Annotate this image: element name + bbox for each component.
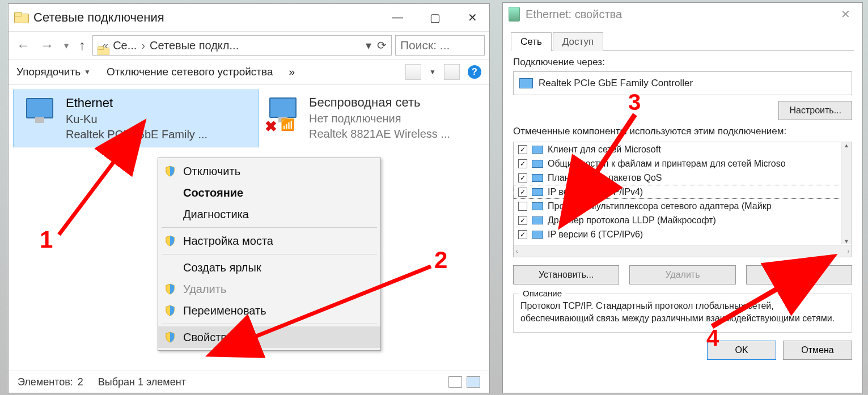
back-button[interactable]: ← xyxy=(13,37,33,53)
component-checkbox[interactable]: ✓ xyxy=(518,145,527,154)
menu-item[interactable]: Состояние xyxy=(158,182,380,203)
properties-button[interactable]: Свойства xyxy=(746,265,852,284)
navigation-bar: ← → ▾ ↑ « Се... › Сетевые подкл... ▾ ⟳ П… xyxy=(9,31,489,60)
maximize-button[interactable]: ▢ xyxy=(424,11,446,24)
address-bar[interactable]: « Се... › Сетевые подкл... ▾ ⟳ xyxy=(92,35,392,56)
cancel-button[interactable]: Отмена xyxy=(783,341,852,360)
address-dropdown[interactable]: ▾ xyxy=(366,39,371,52)
uac-shield-icon xyxy=(165,283,175,295)
components-listbox[interactable]: ✓Клиент для сетей Microsoft✓Общий доступ… xyxy=(513,142,852,257)
annotation-number-1: 1 xyxy=(40,228,53,252)
uac-shield-icon xyxy=(165,305,175,316)
component-checkbox[interactable]: ✓ xyxy=(518,188,527,197)
component-label: Драйвер протокола LLDP (Майкрософт) xyxy=(548,215,716,226)
component-label: Протокол мультиплексора сетевого адаптер… xyxy=(548,201,772,211)
component-item[interactable]: ✓Клиент для сетей Microsoft xyxy=(514,142,852,156)
tab-network[interactable]: Сеть xyxy=(511,32,552,51)
menu-item: Удалить xyxy=(158,278,380,300)
menu-separator xyxy=(162,227,377,228)
search-input[interactable]: Поиск: ... xyxy=(395,35,485,56)
component-label: Клиент для сетей Microsoft xyxy=(548,145,661,155)
nic-icon xyxy=(519,78,533,88)
up-button[interactable]: ↑ xyxy=(75,37,89,53)
description-group: Описание Протокол TCP/IP. Стандартный пр… xyxy=(513,294,852,333)
preview-pane-button[interactable] xyxy=(444,64,460,80)
breadcrumb-root[interactable]: Се... xyxy=(113,39,137,52)
close-button[interactable]: ✕ xyxy=(461,11,484,24)
component-checkbox[interactable]: ✓ xyxy=(518,173,527,182)
tab-sharing[interactable]: Доступ xyxy=(553,32,603,51)
connect-via-label: Подключение через: xyxy=(513,57,852,68)
menu-item[interactable]: Переименовать xyxy=(158,300,380,321)
protocol-icon xyxy=(532,231,543,239)
forward-button[interactable]: → xyxy=(37,37,57,53)
help-button[interactable]: ? xyxy=(468,65,481,79)
menu-item-label: Свойства xyxy=(183,331,233,344)
uac-shield-icon xyxy=(165,235,175,247)
tab-label: Сеть xyxy=(520,36,542,47)
folder-icon xyxy=(14,11,28,24)
window-title: Сетевые подключения xyxy=(33,10,164,25)
connection-wireless[interactable]: ✖📶 Беспроводная сеть Нет подключения Rea… xyxy=(257,90,497,146)
connection-status: Ku-Ku xyxy=(66,112,208,127)
component-item[interactable]: ✓Общий доступ к файлам и принтерам для с… xyxy=(514,156,852,171)
menu-item[interactable]: Создать ярлык xyxy=(158,257,380,278)
overflow-menu[interactable]: » xyxy=(289,66,295,78)
component-checkbox[interactable]: ✓ xyxy=(518,159,527,168)
close-button[interactable]: ✕ xyxy=(834,7,857,21)
wifi-signal-icon: 📶 xyxy=(281,118,295,131)
component-item[interactable]: ✓Планировщик пакетов QoS xyxy=(514,171,852,185)
component-item[interactable]: Протокол мультиплексора сетевого адаптер… xyxy=(514,199,852,213)
minimize-button[interactable]: — xyxy=(386,11,409,24)
description-text: Протокол TCP/IP. Стандартный протокол гл… xyxy=(520,300,845,324)
uninstall-button: Удалить xyxy=(629,265,735,284)
protocol-icon xyxy=(532,160,543,168)
component-item[interactable]: ✓IP версии 4 (TCP/IPv4) xyxy=(514,185,852,199)
tab-label: Доступ xyxy=(562,36,594,47)
chevron-down-icon: ▼ xyxy=(84,68,91,76)
selection-info: Выбран 1 элемент xyxy=(98,376,186,388)
component-label: Общий доступ к файлам и принтерам для се… xyxy=(548,159,786,169)
menu-separator xyxy=(162,254,377,254)
component-label: IP версии 4 (TCP/IPv4) xyxy=(548,187,643,197)
component-item[interactable]: ✓IP версии 6 (TCP/IPv6) xyxy=(514,227,852,241)
tiles-view-button[interactable] xyxy=(467,376,480,388)
install-button[interactable]: Установить... xyxy=(513,265,619,284)
menu-item-label: Удалить xyxy=(183,283,226,296)
context-menu: ОтключитьСостояниеДиагностикаНастройка м… xyxy=(158,158,381,351)
disable-device-button[interactable]: Отключение сетевого устройства xyxy=(107,66,273,78)
component-label: Планировщик пакетов QoS xyxy=(548,173,662,183)
uac-shield-icon xyxy=(165,165,175,177)
component-checkbox[interactable]: ✓ xyxy=(518,230,527,239)
titlebar: Ethernet: свойства ✕ xyxy=(503,3,862,26)
refresh-button[interactable]: ⟳ xyxy=(377,39,387,52)
protocol-icon xyxy=(532,188,543,196)
protocol-icon xyxy=(532,216,543,224)
status-bar: Элементов: 2 Выбран 1 элемент xyxy=(9,371,489,393)
ethernet-adapter-icon xyxy=(20,95,58,132)
dialog-title: Ethernet: свойства xyxy=(526,8,622,21)
breadcrumb-current[interactable]: Сетевые подкл... xyxy=(150,39,239,52)
menu-item[interactable]: Свойства xyxy=(158,326,380,348)
configure-button[interactable]: Настроить... xyxy=(778,101,852,120)
component-checkbox[interactable] xyxy=(518,202,527,211)
chevron-down-icon[interactable]: ▼ xyxy=(429,68,436,76)
uac-shield-icon xyxy=(165,332,175,343)
disable-device-label: Отключение сетевого устройства xyxy=(107,66,273,78)
horizontal-scrollbar[interactable]: ‹› xyxy=(514,245,852,257)
history-dropdown[interactable]: ▾ xyxy=(61,40,72,51)
menu-item[interactable]: Настройка моста xyxy=(158,230,380,252)
component-item[interactable]: ✓Драйвер протокола LLDP (Майкрософт) xyxy=(514,213,852,227)
organize-menu[interactable]: Упорядочить ▼ xyxy=(16,66,91,78)
annotation-number-2: 2 xyxy=(434,248,447,272)
connection-device: Realtek 8821AE Wireless ... xyxy=(309,126,450,142)
menu-item[interactable]: Диагностика xyxy=(158,203,380,225)
details-view-button[interactable] xyxy=(448,376,462,388)
menu-item[interactable]: Отключить xyxy=(158,160,380,182)
component-checkbox[interactable]: ✓ xyxy=(518,216,527,225)
connection-status: Нет подключения xyxy=(309,111,450,126)
view-layout-button[interactable] xyxy=(405,64,421,80)
vertical-scrollbar[interactable] xyxy=(841,142,852,244)
components-label: Отмеченные компоненты используются этим … xyxy=(513,126,852,137)
connection-ethernet[interactable]: Ethernet Ku-Ku Realtek PCIe GbE Family .… xyxy=(13,90,259,147)
